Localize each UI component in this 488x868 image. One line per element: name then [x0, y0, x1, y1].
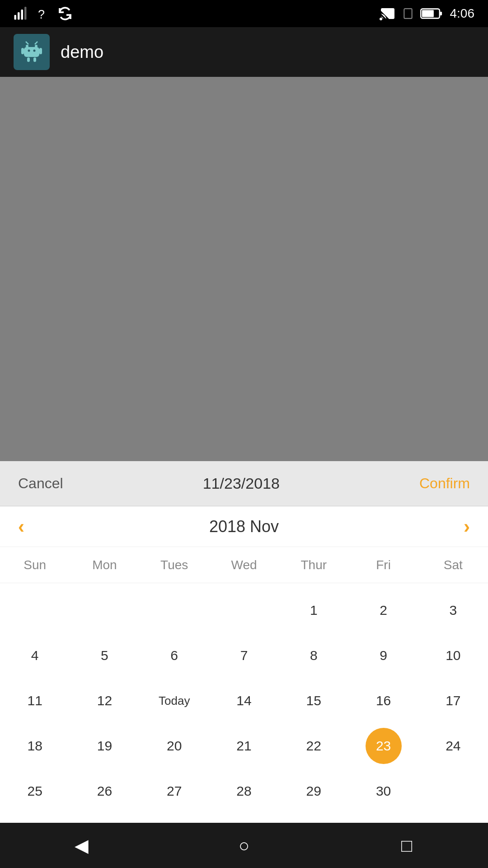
- prev-month-button[interactable]: ‹: [18, 517, 24, 536]
- calendar-cell[interactable]: 25: [0, 769, 70, 814]
- calendar-cell: [418, 769, 488, 814]
- calendar-cell: [209, 588, 279, 633]
- calendar-row: 252627282930: [0, 769, 488, 814]
- back-button[interactable]: ◀: [63, 827, 99, 863]
- calendar-cell[interactable]: 22: [279, 723, 348, 769]
- recents-button[interactable]: □: [389, 827, 425, 863]
- svg-rect-3: [24, 7, 27, 20]
- calendar-cell[interactable]: 18: [0, 723, 70, 769]
- svg-point-5: [380, 18, 382, 20]
- calendar-cell[interactable]: 3: [418, 588, 488, 633]
- calendar-row: 45678910: [0, 633, 488, 678]
- day-header-tues: Tues: [140, 547, 209, 583]
- svg-point-17: [28, 50, 30, 52]
- cancel-button[interactable]: Cancel: [18, 475, 63, 492]
- calendar-cell[interactable]: 23: [348, 723, 418, 769]
- calendar-cell[interactable]: 27: [140, 769, 209, 814]
- calendar-cell[interactable]: 30: [348, 769, 418, 814]
- calendar-row: 1112Today14151617: [0, 678, 488, 723]
- day-header-mon: Mon: [70, 547, 139, 583]
- calendar-cell: [140, 588, 209, 633]
- month-year-display: 2018 Nov: [209, 517, 279, 536]
- day-header-fri: Fri: [348, 547, 418, 583]
- selected-date-display: 11/23/2018: [203, 475, 280, 492]
- svg-rect-13: [21, 48, 24, 54]
- svg-rect-6: [404, 9, 412, 19]
- calendar-cell[interactable]: 17: [418, 678, 488, 723]
- calendar-cell: [0, 588, 70, 633]
- calendar-row: 18192021222324: [0, 723, 488, 769]
- calendar-cell[interactable]: 21: [209, 723, 279, 769]
- svg-rect-9: [422, 10, 433, 17]
- calendar-cell[interactable]: 8: [279, 633, 348, 678]
- app-title: demo: [61, 42, 103, 62]
- status-bar-left: ?: [14, 5, 73, 22]
- calendar-cell[interactable]: 5: [70, 633, 139, 678]
- calendar-cell[interactable]: 1: [279, 588, 348, 633]
- calendar-cell[interactable]: 26: [70, 769, 139, 814]
- day-header-sat: Sat: [418, 547, 488, 583]
- calendar-header-bar: Cancel 11/23/2018 Confirm: [0, 461, 488, 506]
- day-headers: SunMonTuesWedThurFriSat: [0, 547, 488, 583]
- calendar-cell[interactable]: 9: [348, 633, 418, 678]
- day-header-sun: Sun: [0, 547, 70, 583]
- confirm-button[interactable]: Confirm: [419, 475, 470, 492]
- calendar-row: 123: [0, 588, 488, 633]
- calendar-grid: 123456789101112Today14151617181920212223…: [0, 583, 488, 823]
- svg-line-20: [35, 42, 38, 44]
- calendar-cell[interactable]: 19: [70, 723, 139, 769]
- svg-rect-12: [24, 47, 39, 57]
- svg-line-19: [26, 42, 28, 44]
- app-icon: [14, 34, 50, 70]
- svg-rect-14: [39, 48, 42, 54]
- svg-rect-2: [21, 9, 23, 20]
- calendar-cell[interactable]: 2: [348, 588, 418, 633]
- calendar-cell[interactable]: 10: [418, 633, 488, 678]
- calendar-cell[interactable]: 12: [70, 678, 139, 723]
- android-robot-icon: [20, 41, 43, 63]
- calendar-cell[interactable]: 6: [140, 633, 209, 678]
- calendar-cell[interactable]: 29: [279, 769, 348, 814]
- sim-icon: [402, 5, 414, 22]
- calendar-cell[interactable]: 14: [209, 678, 279, 723]
- svg-rect-15: [27, 57, 30, 62]
- day-header-thur: Thur: [279, 547, 348, 583]
- calendar-cell[interactable]: Today: [140, 678, 209, 723]
- calendar-cell[interactable]: 28: [209, 769, 279, 814]
- status-bar: ? 4:06: [0, 0, 488, 27]
- svg-point-18: [33, 50, 36, 52]
- calendar-cell[interactable]: 11: [0, 678, 70, 723]
- calendar-cell[interactable]: 20: [140, 723, 209, 769]
- svg-rect-16: [33, 57, 36, 62]
- question-icon: ?: [35, 5, 52, 22]
- svg-rect-0: [14, 15, 17, 20]
- calendar-cell[interactable]: 16: [348, 678, 418, 723]
- month-nav: ‹ 2018 Nov ›: [0, 506, 488, 547]
- calendar-cell: [70, 588, 139, 633]
- main-content-area: [0, 77, 488, 520]
- calendar-sheet: Cancel 11/23/2018 Confirm ‹ 2018 Nov › S…: [0, 461, 488, 823]
- refresh-icon: [57, 5, 73, 22]
- app-bar: demo: [0, 27, 488, 77]
- home-button[interactable]: ○: [226, 827, 262, 863]
- cast-icon: [380, 5, 396, 22]
- signal-icon: [14, 5, 30, 22]
- calendar-cell[interactable]: 24: [418, 723, 488, 769]
- calendar-cell[interactable]: 15: [279, 678, 348, 723]
- calendar-cell[interactable]: 4: [0, 633, 70, 678]
- next-month-button[interactable]: ›: [464, 517, 470, 536]
- calendar-cell[interactable]: 7: [209, 633, 279, 678]
- svg-rect-1: [18, 12, 20, 20]
- nav-bar: ◀ ○ □: [0, 823, 488, 868]
- day-header-wed: Wed: [209, 547, 279, 583]
- svg-text:?: ?: [38, 8, 45, 21]
- time-display: 4:06: [450, 6, 475, 21]
- svg-rect-8: [439, 12, 441, 15]
- status-bar-right: 4:06: [380, 5, 475, 22]
- battery-icon: [420, 5, 444, 22]
